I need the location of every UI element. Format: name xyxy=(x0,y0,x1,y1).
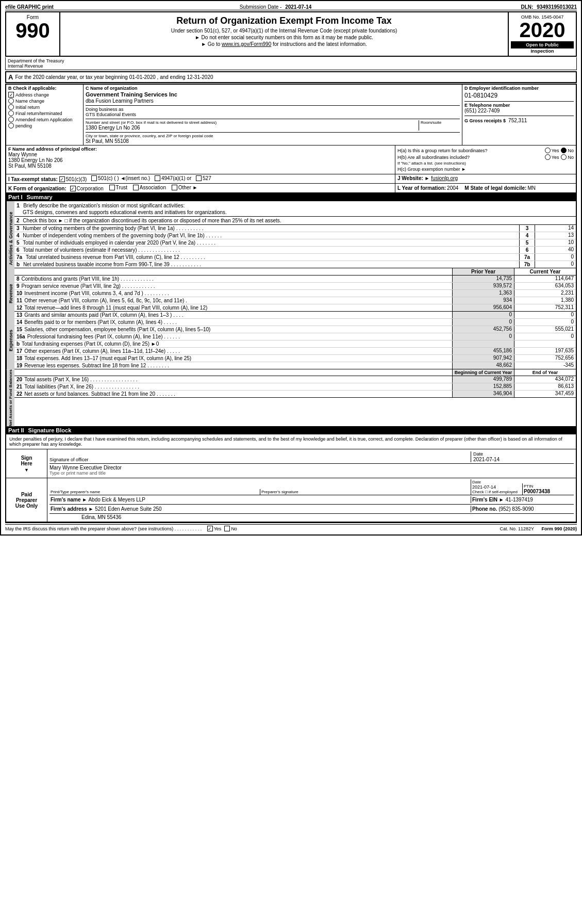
hb-no-radio[interactable] xyxy=(561,154,567,160)
501c3-checkbox[interactable]: ✓ xyxy=(59,176,65,182)
sig-line: Signature of officer xyxy=(49,457,471,462)
preparer-row2: Firm's name ► Abdo Eick & Meyers LLP Fir… xyxy=(49,495,574,505)
website-url: fusionlp.org xyxy=(431,175,458,181)
firm-ein-value: 41-1397419 xyxy=(506,497,533,502)
check-address-change: ✓ Address change xyxy=(8,92,81,98)
initial-return-radio[interactable] xyxy=(8,104,14,110)
dba-label: dba xyxy=(86,98,95,104)
preparer-section: Paid Preparer Use Only Print/Type prepar… xyxy=(6,478,576,522)
preparer-fields: Print/Type preparer's name Preparer's si… xyxy=(47,478,576,522)
name-change-radio[interactable] xyxy=(8,98,14,104)
dln-number: 93493195013021 xyxy=(537,4,577,10)
check-name-change: Name change xyxy=(8,98,81,104)
form-year-area: OMB No. 1545-0047 2020 Open to Public In… xyxy=(509,12,576,56)
line16a-row: 16aProfessional fundraising fees (Part I… xyxy=(14,333,576,341)
doing-business-section: Doing business as GTS Educational Events xyxy=(86,105,460,117)
net-assets-header-spacer xyxy=(14,369,452,376)
sig-date-label: Date xyxy=(473,451,574,457)
line1-text: Briefly describe the organization's miss… xyxy=(23,203,185,208)
line18-prior: 907,942 xyxy=(452,355,514,362)
sign-fields: Signature of officer Date 2021-07-14 Mar… xyxy=(47,449,576,478)
section-a-label: A xyxy=(8,73,13,81)
line3-row: 3 Number of voting members of the govern… xyxy=(14,225,576,232)
trust-checkbox[interactable] xyxy=(109,185,115,190)
line1-row: 1 Briefly describe the organization's mi… xyxy=(14,201,576,217)
line2-num: 2 xyxy=(16,218,20,223)
ha-no-label: No xyxy=(568,148,574,153)
efile-label: efile GRAPHIC print xyxy=(5,4,88,10)
line7b-row: b Net unrelated business taxable income … xyxy=(14,261,576,268)
line22-end: 347,459 xyxy=(514,391,576,397)
assoc-checkbox[interactable] xyxy=(133,185,139,190)
sig-name-title: Mary Wynne Executive Director xyxy=(49,465,574,471)
part1-main: 1 Briefly describe the organization's mi… xyxy=(14,201,576,275)
4947-checkbox[interactable] xyxy=(155,175,160,181)
line5-row: 5 Total number of individuals employed i… xyxy=(14,239,576,247)
line11-prior: 934 xyxy=(452,297,514,304)
line14-prior: 0 xyxy=(452,319,514,326)
line1-value: GTS designs, convenes and supports educa… xyxy=(23,209,574,215)
name-change-label: Name change xyxy=(15,99,44,104)
org-name-section: C Name of organization Government Traini… xyxy=(84,85,462,145)
line15-prior: 452,756 xyxy=(452,326,514,333)
revenue-main: 8Contributions and grants (Part VIII, li… xyxy=(14,275,576,312)
hb-yes-label: Yes xyxy=(552,155,559,160)
other-checkbox[interactable] xyxy=(172,185,177,190)
footer-no-checkbox[interactable] xyxy=(224,526,230,531)
check-applicable-section: B Check if applicable: ✓ Address change … xyxy=(6,85,84,145)
line7b-val: 0 xyxy=(535,261,576,268)
dln-area: DLN: 93493195013021 xyxy=(463,4,577,10)
activities-side-label: Activities & Governance xyxy=(6,201,14,275)
street-section: Number and street (or P.O. box if mail i… xyxy=(86,119,460,131)
527-checkbox[interactable] xyxy=(196,175,202,181)
hb-row: H(b) Are all subordinates included? Yes … xyxy=(397,154,574,160)
line15-row: 15Salaries, other compensation, employee… xyxy=(14,326,576,333)
net-assets-main: Beginning of Current Year End of Year 20… xyxy=(14,369,576,426)
end-header: End of Year xyxy=(514,369,576,376)
hb-label: H(b) Are all subordinates included? xyxy=(397,155,543,160)
firm-addr-label: Firm's address ► xyxy=(51,506,93,512)
current-year-header: Current Year xyxy=(514,268,576,275)
line4-val: 13 xyxy=(535,232,576,239)
firm-address-section: Firm's address ► 5201 Eden Avenue Suite … xyxy=(49,506,471,512)
preparer-check-label: Check □ if self-employed xyxy=(472,490,521,494)
form-org-label: K Form of organization: xyxy=(8,186,66,191)
line20-end: 434,072 xyxy=(514,376,576,383)
line1-num: 1 xyxy=(16,202,20,208)
line7b-content: b Net unrelated business taxable income … xyxy=(14,261,519,268)
expenses-main: 13Grants and similar amounts paid (Part … xyxy=(14,312,576,369)
line20-row: 20Total assets (Part X, line 16) . . . .… xyxy=(14,376,576,383)
hb-yes-radio[interactable] xyxy=(545,154,551,160)
hc-row: H(c) Group exemption number ► xyxy=(397,167,574,172)
527-label: 527 xyxy=(203,175,211,181)
doing-business-value: GTS Educational Events xyxy=(86,112,460,117)
corp-checkbox[interactable]: ✓ xyxy=(70,186,76,191)
formation-label: L Year of formation: xyxy=(397,185,446,191)
line6-content: 6 Total number of volunteers (estimate i… xyxy=(14,247,519,253)
form-subtitle2: ► Do not enter social security numbers o… xyxy=(64,35,504,40)
amended-return-radio[interactable] xyxy=(8,117,14,122)
print-name-label: Print/Type preparer's name xyxy=(51,490,259,494)
line4-num-col: 4 xyxy=(519,232,535,239)
501c-label: 501(c) ( ) ◄(insert no.) xyxy=(98,175,150,181)
preparer-sig-section: Preparer's signature xyxy=(260,489,471,495)
501c-checkbox[interactable] xyxy=(91,175,97,181)
street-value: 1380 Energy Ln No 206 xyxy=(86,125,419,131)
final-return-radio[interactable] xyxy=(8,110,14,116)
footer-yes-checkbox[interactable]: ✓ xyxy=(207,526,213,531)
pending-radio[interactable] xyxy=(8,123,14,128)
street-label: Number and street (or P.O. box if mail i… xyxy=(86,120,419,125)
form-org-section: K Form of organization: ✓ Corporation Tr… xyxy=(6,184,395,192)
form-year: 2020 xyxy=(511,20,574,40)
trust-label: Trust xyxy=(116,185,127,190)
address-change-checkbox[interactable]: ✓ xyxy=(8,92,14,98)
ha-no-radio[interactable] xyxy=(561,148,567,153)
part2-header: Part II Signature Block xyxy=(6,426,576,434)
part1-content: Activities & Governance 1 Briefly descri… xyxy=(6,201,576,275)
sig-date-value: 2021-07-14 xyxy=(473,457,574,462)
line3-content: 3 Number of voting members of the govern… xyxy=(14,225,519,232)
check-pending: pending xyxy=(8,123,81,128)
check-initial-return: Initial return xyxy=(8,104,81,110)
preparer-row1: Print/Type preparer's name Preparer's si… xyxy=(49,479,574,495)
ha-yes-radio[interactable] xyxy=(545,148,551,153)
